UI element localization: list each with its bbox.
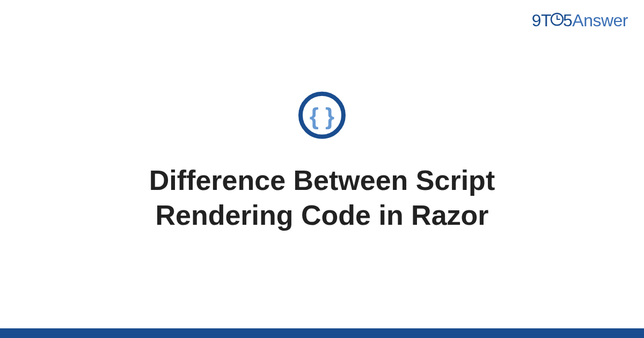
logo-9: 9 — [532, 11, 541, 30]
logo-answer: Answer — [572, 11, 628, 30]
logo-5: 5 — [563, 11, 572, 30]
clock-icon — [550, 11, 564, 31]
code-braces-icon: { } — [298, 91, 346, 142]
main-content: { } Difference Between Script Rendering … — [0, 91, 644, 233]
page-title: Difference Between Script Rendering Code… — [80, 163, 564, 233]
footer-accent-bar — [0, 328, 644, 338]
svg-text:{ }: { } — [310, 103, 334, 129]
site-logo: 9T 5Answer — [532, 11, 628, 32]
